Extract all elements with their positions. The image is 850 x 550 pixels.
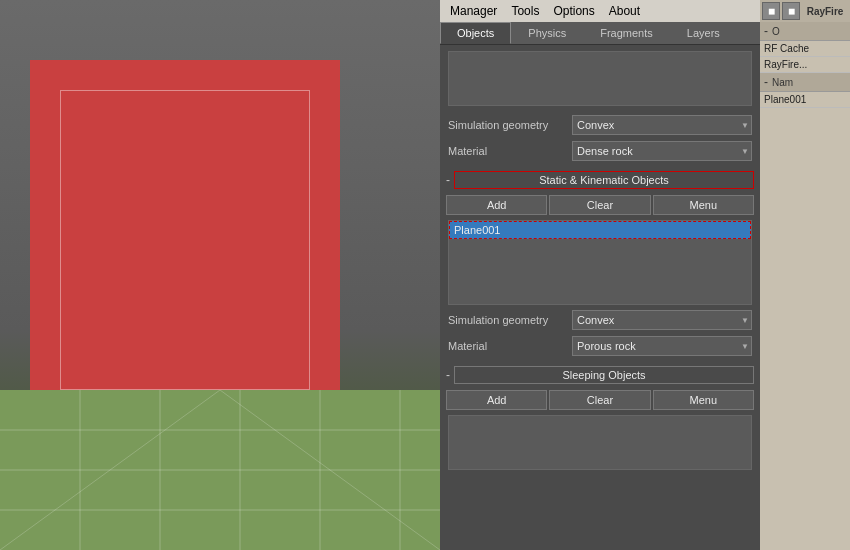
static-kinematic-buttons: Add Clear Menu (440, 192, 760, 218)
tab-bar: Objects Physics Fragments Layers (440, 22, 760, 45)
red-wall-outline (60, 90, 310, 390)
top-preview-box (448, 51, 752, 106)
sleeping-objects-buttons: Add Clear Menu (440, 387, 760, 413)
ground-plane (0, 390, 440, 550)
tab-objects[interactable]: Objects (440, 22, 511, 44)
static-kinematic-menu-button[interactable]: Menu (653, 195, 754, 215)
tab-physics[interactable]: Physics (511, 22, 583, 44)
menu-bar: Manager Tools Options About (440, 0, 760, 22)
material-top-label: Material (448, 145, 568, 157)
static-kinematic-minus[interactable]: - (446, 173, 450, 187)
right-section-1-minus[interactable]: - (764, 24, 768, 38)
right-icon-1[interactable]: ◼ (762, 2, 780, 20)
rayfire-title: RayFire (802, 6, 848, 17)
right-section-1-header: - O (760, 22, 850, 41)
static-kinematic-clear-button[interactable]: Clear (549, 195, 650, 215)
simulation-geometry-bottom-select-wrapper: Convex Mesh Box (572, 310, 752, 330)
simulation-geometry-top-row: Simulation geometry Convex Mesh Box (440, 112, 760, 138)
menu-options[interactable]: Options (547, 3, 600, 19)
material-bottom-label: Material (448, 340, 568, 352)
static-kinematic-add-button[interactable]: Add (446, 195, 547, 215)
material-top-select-wrapper: Dense rock Porous rock Concrete (572, 141, 752, 161)
menu-manager[interactable]: Manager (444, 3, 503, 19)
material-top-row: Material Dense rock Porous rock Concrete (440, 138, 760, 164)
simulation-geometry-bottom-row: Simulation geometry Convex Mesh Box (440, 307, 760, 333)
right-icon-2[interactable]: ◼ (782, 2, 800, 20)
static-kinematic-list: Plane001 (448, 220, 752, 305)
simulation-geometry-bottom-select[interactable]: Convex Mesh Box (572, 310, 752, 330)
viewport (0, 0, 440, 550)
right-item-plane001[interactable]: Plane001 (760, 92, 850, 108)
tab-fragments[interactable]: Fragments (583, 22, 670, 44)
right-panel: ◼ ◼ RayFire - O RF Cache RayFire... - Na… (760, 0, 850, 550)
simulation-geometry-top-select[interactable]: Convex Mesh Box (572, 115, 752, 135)
sleeping-objects-list (448, 415, 752, 470)
right-item-rf-cache[interactable]: RF Cache (760, 41, 850, 57)
simulation-geometry-bottom-label: Simulation geometry (448, 314, 568, 326)
content-area: Simulation geometry Convex Mesh Box Mate… (440, 45, 760, 550)
list-item-plane001[interactable]: Plane001 (449, 221, 751, 239)
sleeping-menu-button[interactable]: Menu (653, 390, 754, 410)
right-section-1-label: O (772, 26, 780, 37)
material-bottom-row: Material Porous rock Dense rock Concrete (440, 333, 760, 359)
static-kinematic-title: Static & Kinematic Objects (454, 171, 754, 189)
sleeping-objects-title: Sleeping Objects (454, 366, 754, 384)
material-top-select[interactable]: Dense rock Porous rock Concrete (572, 141, 752, 161)
sleeping-objects-section-header: - Sleeping Objects (440, 363, 760, 387)
static-kinematic-section-header: - Static & Kinematic Objects (440, 168, 760, 192)
sleeping-objects-minus[interactable]: - (446, 368, 450, 382)
simulation-geometry-top-label: Simulation geometry (448, 119, 568, 131)
tab-layers[interactable]: Layers (670, 22, 737, 44)
sleeping-clear-button[interactable]: Clear (549, 390, 650, 410)
sleeping-add-button[interactable]: Add (446, 390, 547, 410)
main-panel: Manager Tools Options About Objects Phys… (440, 0, 760, 550)
right-section-2-header: - Nam (760, 73, 850, 92)
right-item-rayfire[interactable]: RayFire... (760, 57, 850, 73)
simulation-geometry-top-select-wrapper: Convex Mesh Box (572, 115, 752, 135)
ground-grid-svg (0, 390, 440, 550)
menu-tools[interactable]: Tools (505, 3, 545, 19)
right-section-2-label: Nam (772, 77, 793, 88)
material-bottom-select[interactable]: Porous rock Dense rock Concrete (572, 336, 752, 356)
menu-about[interactable]: About (603, 3, 646, 19)
top-right-icons: ◼ ◼ RayFire (760, 0, 850, 22)
right-section-2-minus[interactable]: - (764, 75, 768, 89)
material-bottom-select-wrapper: Porous rock Dense rock Concrete (572, 336, 752, 356)
